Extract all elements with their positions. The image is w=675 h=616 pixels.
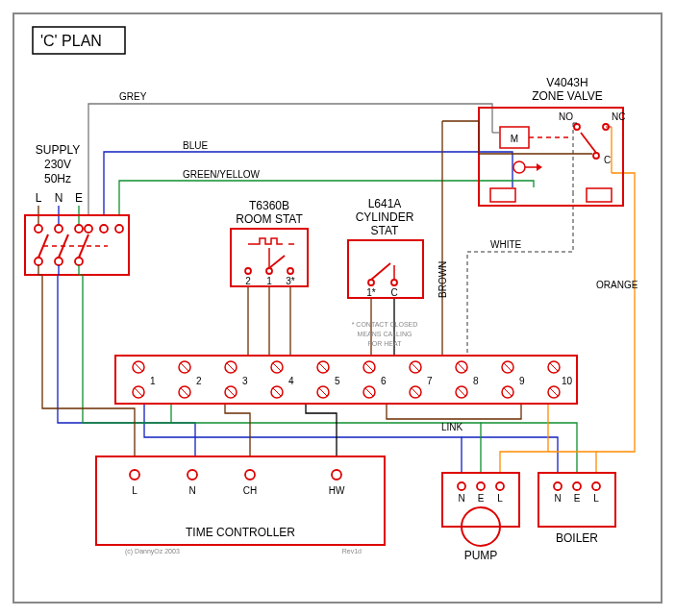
svg-point-34: [391, 280, 397, 285]
wire-brown-supply-l: [42, 275, 135, 456]
svg-line-30: [269, 256, 285, 268]
supply-label-2: 230V: [44, 158, 71, 171]
svg-point-9: [55, 258, 62, 265]
wire-ch: [225, 404, 250, 456]
supply-label-3: 50Hz: [44, 172, 71, 185]
svg-rect-56: [115, 356, 577, 404]
term-8: 8: [473, 376, 479, 386]
svg-rect-37: [479, 108, 623, 206]
svg-point-6: [55, 225, 62, 233]
svg-line-66: [227, 363, 235, 371]
pump-n: N: [458, 493, 464, 504]
svg-point-40: [574, 124, 580, 130]
svg-point-16: [100, 225, 108, 233]
svg-point-10: [75, 258, 83, 265]
tc-n: N: [188, 485, 195, 496]
room-stat-label: ROOM STAT: [236, 212, 303, 226]
copyright: (c) DannyOz 2003: [125, 548, 180, 555]
time-controller: L N CH HW TIME CONTROLLER (c) DannyOz 20…: [96, 456, 385, 555]
svg-line-74: [319, 363, 327, 371]
cyl-stat-t1: 1*: [366, 287, 376, 298]
svg-line-76: [319, 388, 327, 396]
wire-blue-top: [104, 152, 512, 216]
boiler-n: N: [554, 493, 561, 504]
term-7: 7: [427, 376, 433, 386]
cyl-note-2: MEANS CALLING: [358, 331, 412, 337]
svg-point-27: [245, 268, 251, 274]
room-stat-model: T6360B: [249, 199, 289, 212]
svg-line-64: [181, 388, 188, 396]
wire-blue-boiler-n: [462, 437, 558, 473]
wire-orange-boiler-l: [596, 173, 635, 473]
svg-rect-46: [490, 188, 515, 202]
term-3: 3: [242, 376, 248, 386]
pump-e: E: [478, 493, 485, 504]
svg-point-104: [458, 482, 465, 490]
svg-line-70: [273, 363, 281, 371]
zone-valve-no: NO: [559, 111, 573, 122]
term-5: 5: [335, 376, 340, 386]
svg-point-28: [266, 268, 272, 274]
svg-line-68: [227, 388, 235, 396]
svg-line-60: [135, 388, 142, 396]
room-stat-t2: 2: [245, 276, 251, 286]
pump-l: L: [497, 493, 503, 504]
svg-rect-32: [348, 240, 423, 298]
title-text: 'C' PLAN: [40, 33, 102, 49]
tc-hw: HW: [329, 485, 345, 496]
svg-rect-47: [587, 188, 612, 202]
wire-orange-pump-l: [500, 452, 596, 473]
tc-label: TIME CONTROLLER: [186, 526, 295, 539]
zone-valve-nc: NC: [612, 111, 625, 122]
svg-line-78: [365, 363, 373, 371]
svg-line-84: [412, 388, 419, 396]
cyl-stat-model: L641A: [368, 197, 402, 210]
svg-line-88: [458, 388, 465, 396]
cyl-note-3: FOR HEAT: [368, 340, 403, 347]
svg-line-92: [504, 388, 512, 396]
cyl-note-1: * CONTACT CLOSED: [352, 321, 418, 328]
svg-point-7: [75, 225, 83, 233]
blue-label: BLUE: [183, 140, 208, 151]
svg-point-15: [85, 225, 92, 233]
orange-label: ORANGE: [596, 280, 638, 290]
term-1: 1: [150, 376, 156, 386]
white-label: WHITE: [490, 239, 522, 250]
term-2: 2: [196, 376, 202, 386]
room-stat-t1: 1: [266, 276, 272, 286]
svg-point-98: [130, 470, 139, 480]
svg-point-101: [332, 470, 341, 480]
svg-point-108: [554, 482, 562, 490]
pump: N E L PUMP: [442, 473, 519, 562]
svg-point-106: [496, 482, 504, 490]
svg-rect-4: [25, 215, 129, 275]
svg-point-105: [477, 482, 485, 490]
pump-label: PUMP: [464, 549, 498, 562]
boiler-e: E: [574, 493, 581, 504]
grey-label: GREY: [119, 91, 147, 102]
boiler-label: BOILER: [556, 531, 598, 545]
title-box: 'C' PLAN: [33, 27, 125, 54]
room-stat-t3: 3*: [286, 276, 295, 286]
svg-line-86: [458, 363, 465, 371]
wire-grey: [88, 104, 492, 216]
zone-valve-m: M: [511, 134, 518, 144]
tc-l: L: [132, 485, 138, 496]
svg-line-80: [365, 388, 373, 396]
svg-point-44: [513, 161, 525, 173]
term-9: 9: [519, 376, 525, 386]
svg-line-94: [550, 363, 558, 371]
zone-valve-c: C: [604, 155, 611, 165]
supply-e: E: [75, 191, 83, 205]
wiring-diagram: 'C' PLAN GREY BLUE GREEN/YELLOW BROWN WH…: [0, 0, 675, 616]
revision: Rev1d: [342, 548, 362, 554]
supply-switch-box: [25, 215, 129, 275]
svg-line-72: [273, 388, 281, 396]
wire-blue-supply-n: [58, 275, 195, 456]
boiler: N E L BOILER: [538, 473, 615, 545]
svg-point-8: [35, 258, 42, 265]
cyl-stat-label-2: STAT: [371, 224, 400, 237]
svg-point-110: [592, 482, 600, 490]
svg-point-42: [593, 153, 599, 159]
svg-point-17: [115, 225, 123, 233]
